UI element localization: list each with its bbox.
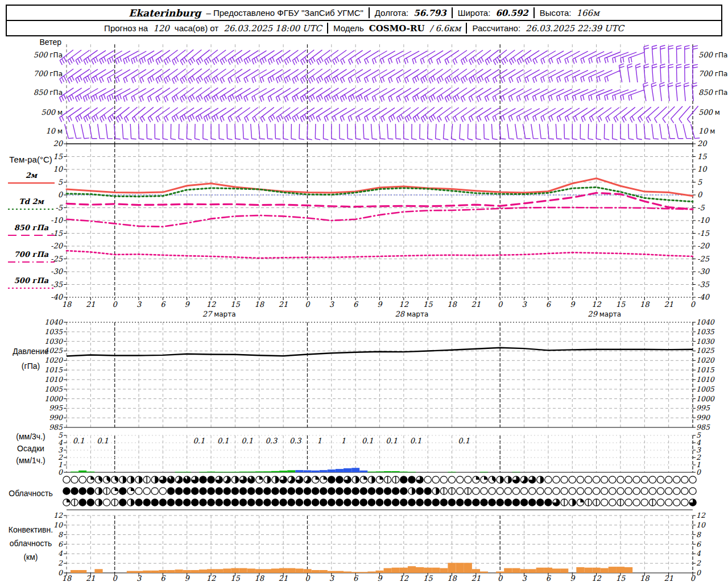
convective-cloud-bar bbox=[191, 570, 199, 573]
wind-level-label-right: 10 м bbox=[698, 127, 715, 135]
cloud-cover-symbol bbox=[593, 488, 599, 494]
cloud-cover-symbol bbox=[633, 488, 640, 494]
conv-y-label-right: 12 bbox=[696, 511, 706, 519]
convective-cloud-bar bbox=[520, 569, 528, 573]
convective-cloud-bar bbox=[199, 569, 207, 573]
cloud-cover-fill bbox=[384, 488, 391, 494]
convective-cloud-bar bbox=[617, 567, 624, 573]
cloud-cover-fill bbox=[90, 476, 94, 480]
precip-bar bbox=[247, 472, 255, 472]
legend-label-2: 850 гПа bbox=[14, 223, 49, 232]
cloud-cover-fill bbox=[497, 499, 503, 506]
wind-barb-row-1 bbox=[60, 64, 698, 84]
precip-bar bbox=[376, 471, 384, 472]
temp-y-label-left: -15 bbox=[51, 229, 63, 238]
temp-y-label-left: -30 bbox=[51, 267, 64, 276]
x-hour-label-bottom: 9 bbox=[185, 574, 191, 582]
cloud-cover-symbol bbox=[424, 476, 431, 483]
convective-cloud-bar bbox=[584, 568, 592, 573]
x-hour-label: 0 bbox=[305, 300, 311, 309]
precip-bar bbox=[231, 472, 239, 472]
convective-cloud-bar bbox=[271, 568, 279, 573]
cloud-cover-fill bbox=[159, 499, 166, 506]
cloud-cover-fill bbox=[352, 488, 359, 494]
precip-bar bbox=[263, 471, 271, 472]
cloud-cover-fill bbox=[408, 476, 415, 483]
x-hour-label: 0 bbox=[690, 300, 696, 309]
temp-y-label-right: -35 bbox=[697, 280, 710, 289]
cloud-cover-symbol bbox=[601, 488, 608, 494]
cloud-cover-fill bbox=[320, 499, 327, 506]
cloud-cover-symbol bbox=[585, 488, 592, 494]
cloud-cover-fill bbox=[376, 488, 383, 494]
cloud-cover-symbol bbox=[649, 488, 656, 494]
precip-bar bbox=[207, 472, 215, 472]
cloud-cover-fill bbox=[119, 488, 126, 494]
cloud-cover-fill bbox=[200, 499, 206, 506]
pressure-y-label-left: 995 bbox=[49, 404, 63, 412]
cloud-cover-fill bbox=[248, 499, 255, 506]
wind-panel-title: Ветер bbox=[10, 38, 61, 47]
cloud-cover-symbol bbox=[561, 476, 568, 483]
x-hour-label: 21 bbox=[279, 300, 288, 309]
convective-cloud-bar bbox=[151, 571, 159, 573]
convective-cloud-bar bbox=[287, 568, 295, 573]
cloud-cover-fill bbox=[529, 499, 536, 506]
cloud-cover-symbol bbox=[465, 476, 471, 483]
cloud-cover-fill bbox=[167, 499, 174, 506]
convective-cloud-bar bbox=[135, 571, 143, 573]
cloud-cover-symbol bbox=[481, 488, 487, 494]
precip-bar bbox=[287, 470, 295, 472]
pressure-y-label-right: 1035 bbox=[696, 327, 715, 336]
temp-y-label-left: 0 bbox=[58, 190, 64, 199]
wind-level-label-left: 500 м bbox=[41, 108, 63, 117]
convective-cloud-bar bbox=[472, 569, 480, 573]
cloud-cover-fill bbox=[200, 476, 206, 483]
cloud-cover-fill bbox=[368, 499, 375, 506]
convective-cloud-bar bbox=[560, 568, 568, 573]
cloud-cover-fill bbox=[545, 499, 552, 506]
cloud-cover-fill bbox=[336, 488, 343, 494]
cloud-cover-symbol bbox=[569, 488, 576, 494]
cloud-cover-fill bbox=[328, 488, 335, 494]
precip-amount-label: 0.1 bbox=[386, 436, 398, 445]
cloud-cover-symbol bbox=[625, 499, 632, 506]
x-hour-label-bottom: 12 bbox=[399, 574, 409, 582]
cloud-cover-fill bbox=[87, 499, 94, 506]
x-hour-label-bottom: 15 bbox=[230, 574, 240, 582]
cloud-cover-fill bbox=[489, 499, 495, 506]
cloud-cover-fill bbox=[360, 499, 367, 506]
wind-barb-row-4 bbox=[65, 124, 700, 140]
precip-y-label-left: 0 bbox=[58, 468, 63, 476]
convective-cloud-bar bbox=[320, 570, 328, 573]
x-hour-label: 15 bbox=[230, 300, 240, 309]
precip-amount-label: 0.1 bbox=[362, 436, 374, 445]
x-hour-label-bottom: 21 bbox=[664, 574, 673, 582]
cloud-cover-symbol bbox=[657, 499, 664, 506]
convective-cloud-bar bbox=[512, 568, 520, 573]
cloud-cover-symbol bbox=[577, 488, 584, 494]
precip-bar bbox=[255, 471, 263, 472]
convective-cloud-bar bbox=[432, 568, 440, 573]
wind-level-label-right: 500 гПа bbox=[698, 51, 727, 59]
precip-y-label-right: 4 bbox=[696, 438, 701, 447]
cloud-cover-fill bbox=[344, 499, 351, 506]
cloud-cover-fill bbox=[360, 488, 367, 494]
cloud-cover-symbol bbox=[71, 476, 78, 483]
cloud-cover-fill bbox=[175, 499, 182, 506]
x-hour-label: 3 bbox=[136, 300, 142, 309]
x-hour-label-bottom: 12 bbox=[206, 574, 216, 582]
cloud-cover-fill bbox=[371, 476, 375, 483]
cloud-cover-symbol bbox=[457, 476, 464, 483]
convective-cloud-bar bbox=[593, 568, 601, 573]
cloud-cover-symbol bbox=[657, 476, 664, 483]
cloud-cover-fill bbox=[304, 499, 311, 506]
precip-bar bbox=[328, 469, 336, 472]
cloud-cover-symbol bbox=[103, 499, 110, 506]
precip-amount-label: 0.1 bbox=[97, 436, 109, 445]
precip-amount-label: 0.1 bbox=[193, 436, 205, 445]
cloud-cover-symbol bbox=[545, 476, 552, 483]
cloud-cover-fill bbox=[224, 499, 230, 506]
cloud-cover-symbol bbox=[585, 476, 592, 483]
cloud-cover-fill bbox=[208, 488, 214, 494]
